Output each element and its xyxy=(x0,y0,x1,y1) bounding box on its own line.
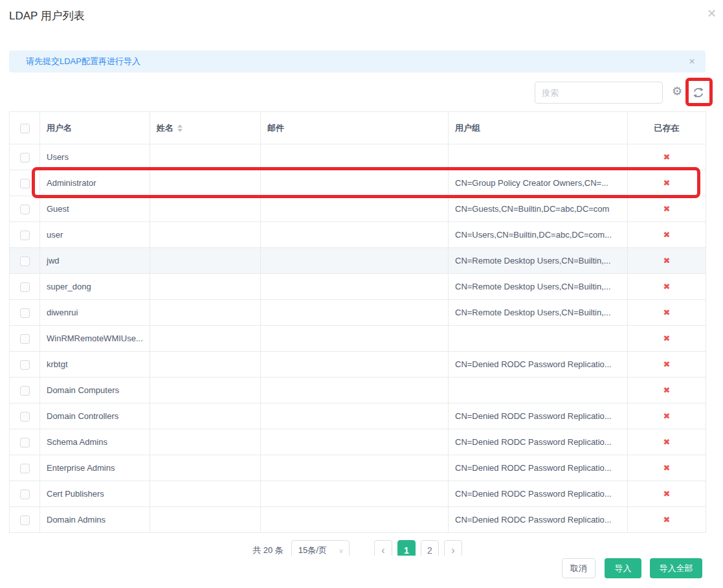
column-header-name[interactable]: 姓名 xyxy=(150,112,261,144)
username-cell: WinRMRemoteWMIUse... xyxy=(40,326,150,352)
group-cell xyxy=(449,378,628,403)
table-row: jwd CN=Remote Desktop Users,CN=Builtin,.… xyxy=(10,248,706,274)
name-cell xyxy=(150,455,261,481)
username-cell: Domain Computers xyxy=(40,378,150,403)
group-cell: CN=Remote Desktop Users,CN=Builtin,... xyxy=(449,274,628,300)
username-cell: super_dong xyxy=(40,274,150,300)
username-cell: Domain Admins xyxy=(40,507,150,533)
page-size-select[interactable]: 15条/页 ∨ xyxy=(291,540,350,556)
not-exists-icon: ✖ xyxy=(663,178,671,188)
row-checkbox[interactable] xyxy=(20,464,30,473)
row-checkbox[interactable] xyxy=(20,179,30,188)
username-cell: Enterprise Admins xyxy=(40,455,150,481)
page-button-1[interactable]: 1 xyxy=(397,540,416,556)
name-cell xyxy=(150,507,261,533)
select-all-checkbox[interactable] xyxy=(20,124,30,133)
group-cell xyxy=(449,326,628,352)
column-header-email: 邮件 xyxy=(261,112,449,144)
row-checkbox[interactable] xyxy=(20,438,30,447)
not-exists-icon: ✖ xyxy=(663,385,671,395)
email-cell xyxy=(261,196,449,222)
not-exists-icon: ✖ xyxy=(663,334,671,343)
name-cell xyxy=(150,378,261,403)
group-cell: CN=Group Policy Creator Owners,CN=... xyxy=(449,170,628,196)
table-row: Users ✖ xyxy=(10,144,706,170)
search-input[interactable] xyxy=(535,82,663,104)
refresh-icon[interactable] xyxy=(693,87,704,98)
pagination-total: 共 20 条 xyxy=(252,540,284,556)
not-exists-icon: ✖ xyxy=(663,437,671,447)
not-exists-icon: ✖ xyxy=(663,256,671,266)
not-exists-icon: ✖ xyxy=(663,463,671,473)
row-checkbox[interactable] xyxy=(20,360,30,370)
username-cell: diwenrui xyxy=(40,300,150,326)
alert-close-icon[interactable]: ✕ xyxy=(689,51,695,73)
row-checkbox[interactable] xyxy=(20,282,30,292)
email-cell xyxy=(261,300,449,326)
name-cell xyxy=(150,274,261,300)
email-cell xyxy=(261,429,449,455)
row-checkbox[interactable] xyxy=(20,386,30,396)
import-all-button[interactable]: 导入全部 xyxy=(650,558,702,578)
dialog-close-icon[interactable]: ✕ xyxy=(707,8,717,19)
not-exists-icon: ✖ xyxy=(663,359,671,369)
page-button-2[interactable]: 2 xyxy=(421,540,439,556)
not-exists-icon: ✖ xyxy=(663,230,671,240)
table-row: super_dong CN=Remote Desktop Users,CN=Bu… xyxy=(10,274,706,300)
group-cell: CN=Denied RODC Password Replicatio... xyxy=(449,507,628,533)
group-cell: CN=Denied RODC Password Replicatio... xyxy=(449,352,628,378)
info-alert: 请先提交LDAP配置再进行导入 ✕ xyxy=(9,51,706,73)
name-cell xyxy=(150,222,261,248)
next-page-button[interactable]: › xyxy=(444,540,462,556)
table-row: krbtgt CN=Denied RODC Password Replicati… xyxy=(10,352,706,378)
cancel-button[interactable]: 取消 xyxy=(562,558,595,578)
pagination: 共 20 条 15条/页 ∨ ‹ 1 2 › xyxy=(9,540,706,556)
username-cell: krbtgt xyxy=(40,352,150,378)
chevron-down-icon: ∨ xyxy=(339,547,344,554)
username-cell: Guest xyxy=(40,196,150,222)
row-checkbox[interactable] xyxy=(20,153,30,163)
email-cell xyxy=(261,455,449,481)
not-exists-icon: ✖ xyxy=(663,308,671,317)
not-exists-icon: ✖ xyxy=(663,152,671,162)
name-cell xyxy=(150,196,261,222)
email-cell xyxy=(261,170,449,196)
table-row: Domain Controllers CN=Denied RODC Passwo… xyxy=(10,403,706,429)
column-header-group: 用户组 xyxy=(449,112,628,144)
group-cell: CN=Denied RODC Password Replicatio... xyxy=(449,403,628,429)
gear-icon[interactable]: ⚙ xyxy=(672,85,682,97)
page-size-value: 15条/页 xyxy=(298,545,327,556)
email-cell xyxy=(261,274,449,300)
import-button[interactable]: 导入 xyxy=(605,558,641,578)
alert-message: 请先提交LDAP配置再进行导入 xyxy=(26,51,140,73)
username-cell: jwd xyxy=(40,248,150,274)
pagination-clip: 共 20 条 15条/页 ∨ ‹ 1 2 › xyxy=(9,540,706,556)
email-cell xyxy=(261,378,449,403)
name-cell xyxy=(150,170,261,196)
row-checkbox[interactable] xyxy=(20,308,30,318)
email-cell xyxy=(261,352,449,378)
not-exists-icon: ✖ xyxy=(663,411,671,421)
page-title: LDAP 用户列表 xyxy=(9,8,85,23)
row-checkbox[interactable] xyxy=(20,231,30,240)
email-cell xyxy=(261,326,449,352)
not-exists-icon: ✖ xyxy=(663,515,671,525)
row-checkbox[interactable] xyxy=(20,256,30,266)
group-cell: CN=Denied RODC Password Replicatio... xyxy=(449,455,628,481)
group-cell: CN=Denied RODC Password Replicatio... xyxy=(449,429,628,455)
name-cell xyxy=(150,248,261,274)
table-row: Administrator CN=Group Policy Creator Ow… xyxy=(10,170,706,196)
row-checkbox[interactable] xyxy=(20,334,30,344)
username-cell: Cert Publishers xyxy=(40,481,150,507)
column-header-exists: 已存在 xyxy=(628,112,706,144)
name-cell xyxy=(150,300,261,326)
sort-icon[interactable] xyxy=(177,124,183,132)
row-checkbox[interactable] xyxy=(20,205,30,214)
table-header-row: 用户名 姓名 邮件 用户组 已存在 xyxy=(10,112,706,144)
name-cell xyxy=(150,352,261,378)
row-checkbox[interactable] xyxy=(20,490,30,499)
group-cell: CN=Denied RODC Password Replicatio... xyxy=(449,481,628,507)
row-checkbox[interactable] xyxy=(20,412,30,422)
row-checkbox[interactable] xyxy=(20,515,30,525)
prev-page-button[interactable]: ‹ xyxy=(374,540,392,556)
